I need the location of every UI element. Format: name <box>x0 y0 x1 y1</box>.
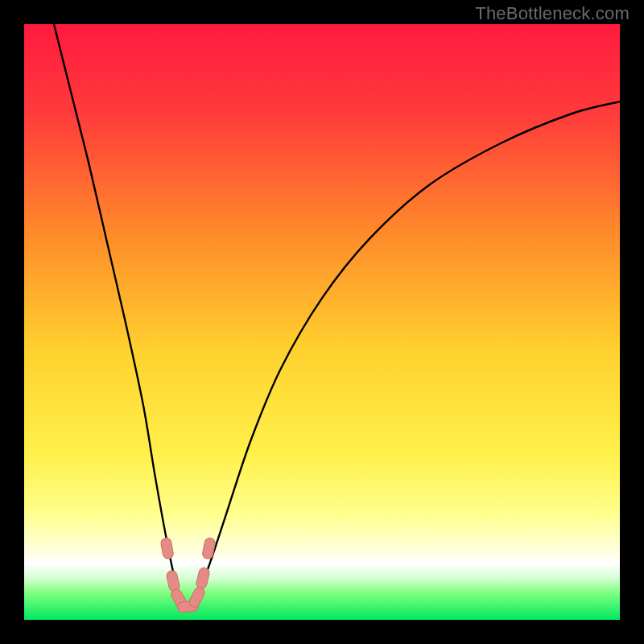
plot-area <box>24 24 620 620</box>
curve-markers <box>160 537 216 613</box>
curve-layer <box>24 24 620 620</box>
curve-marker <box>196 567 211 589</box>
outer-frame: TheBottleneck.com <box>0 0 644 644</box>
curve-marker <box>166 570 181 592</box>
curve-marker <box>160 537 174 559</box>
bottleneck-curve <box>54 24 620 609</box>
curve-marker <box>188 585 207 609</box>
curve-marker <box>201 537 216 559</box>
watermark-text: TheBottleneck.com <box>475 3 630 24</box>
